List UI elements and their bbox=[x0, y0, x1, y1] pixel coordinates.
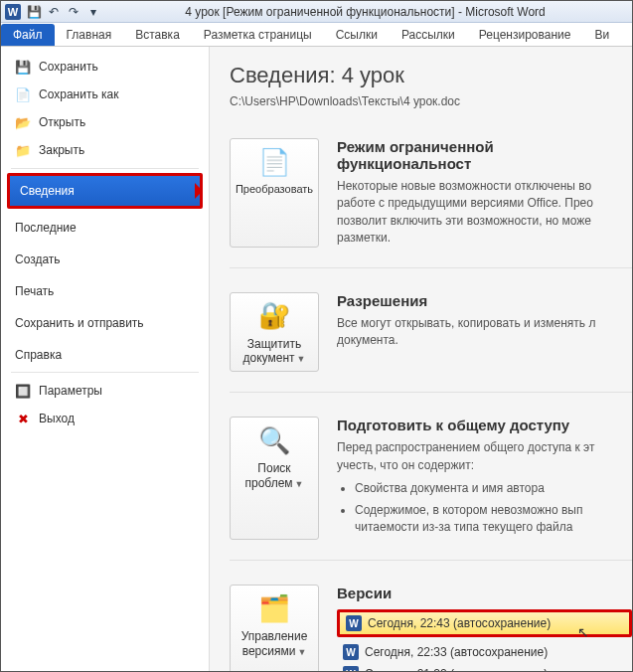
tab-file[interactable]: Файл bbox=[1, 24, 55, 46]
section-title: Версии bbox=[337, 585, 632, 601]
section-prepare: 🔍 Поиск проблем▼ Подготовить к общему до… bbox=[230, 417, 632, 561]
menu-save[interactable]: 💾Сохранить bbox=[1, 53, 209, 81]
convert-icon: 📄 bbox=[257, 145, 291, 179]
menu-label: Выход bbox=[39, 412, 75, 425]
menu-info[interactable]: Сведения bbox=[7, 173, 203, 209]
backstage-content: Сведения: 4 урок C:\Users\HP\Downloads\Т… bbox=[210, 47, 632, 671]
cursor-icon: ↖ bbox=[577, 624, 589, 640]
chevron-down-icon: ▼ bbox=[295, 479, 304, 489]
version-row[interactable]: W Сегодня, 22:33 (автосохранение) bbox=[337, 641, 632, 663]
open-icon: 📂 bbox=[15, 114, 31, 130]
close-icon: 📁 bbox=[15, 142, 31, 158]
exit-icon: ✖ bbox=[15, 411, 31, 426]
check-issues-button[interactable]: 🔍 Поиск проблем▼ bbox=[230, 417, 319, 540]
page-title: Сведения: 4 урок bbox=[230, 63, 632, 88]
document-path: C:\Users\HP\Downloads\Тексты\4 урок.doc bbox=[230, 94, 632, 108]
options-icon: 🔲 bbox=[15, 383, 31, 399]
menu-label: Сведения bbox=[20, 184, 75, 198]
undo-icon[interactable]: ↶ bbox=[45, 3, 63, 21]
section-title: Подготовить к общему доступу bbox=[337, 417, 632, 433]
section-desc: Все могут открывать, копировать и изменя… bbox=[337, 315, 632, 350]
bullet-item: Содержимое, в котором невозможно вып чит… bbox=[355, 502, 632, 537]
version-label: Сегодня, 22:33 (автосохранение) bbox=[365, 645, 548, 659]
tab-insert[interactable]: Вставка bbox=[123, 24, 192, 46]
manage-versions-button[interactable]: 🗂️ Управление версиями▼ bbox=[230, 585, 319, 671]
save-icon: 💾 bbox=[15, 59, 31, 75]
version-row[interactable]: W Сегодня, 21:22 (автосохранение) bbox=[337, 663, 632, 671]
separator bbox=[11, 372, 199, 373]
section-body: Подготовить к общему доступу Перед распр… bbox=[337, 417, 632, 540]
tab-mailings[interactable]: Рассылки bbox=[390, 24, 467, 46]
section-compat: 📄 Преобразовать Режим ограниченной функц… bbox=[230, 138, 632, 268]
bullet-item: Свойства документа и имя автора bbox=[355, 480, 632, 497]
menu-label: Последние bbox=[15, 221, 77, 235]
menu-label: Закрыть bbox=[39, 143, 84, 157]
document-icon: W bbox=[346, 615, 362, 631]
section-title: Разрешения bbox=[337, 292, 632, 309]
section-desc: Перед распространением общего доступа к … bbox=[337, 439, 632, 536]
section-body: Разрешения Все могут открывать, копирова… bbox=[337, 292, 632, 373]
button-label: Поиск проблем▼ bbox=[233, 461, 316, 490]
qat-dropdown-icon[interactable]: ▾ bbox=[84, 3, 102, 21]
section-permissions: 🔐 Защитить документ▼ Разрешения Все могу… bbox=[230, 292, 632, 394]
menu-recent[interactable]: Последние bbox=[1, 215, 209, 241]
menu-label: Параметры bbox=[39, 384, 102, 398]
tab-home[interactable]: Главная bbox=[55, 24, 124, 46]
ribbon-tabs: Файл Главная Вставка Разметка страницы С… bbox=[1, 23, 632, 47]
version-list: W Сегодня, 22:43 (автосохранение) ↖ W Се… bbox=[337, 609, 632, 671]
menu-close[interactable]: 📁Закрыть bbox=[1, 136, 209, 164]
button-label: Преобразовать bbox=[236, 183, 313, 196]
button-label: Защитить документ▼ bbox=[233, 337, 316, 366]
menu-exit[interactable]: ✖Выход bbox=[1, 405, 209, 432]
section-body: Режим ограниченной функциональност Некот… bbox=[337, 138, 632, 248]
versions-icon: 🗂️ bbox=[257, 591, 291, 625]
section-body: Версии W Сегодня, 22:43 (автосохранение)… bbox=[337, 585, 632, 671]
section-desc: Некоторые новые возможности отключены во… bbox=[337, 178, 632, 248]
tab-view[interactable]: Ви bbox=[582, 24, 621, 46]
version-label: Сегодня, 22:43 (автосохранение) bbox=[368, 616, 551, 630]
quick-access-toolbar: 💾 ↶ ↷ ▾ bbox=[25, 3, 102, 21]
version-label: Сегодня, 21:22 (автосохранение) bbox=[365, 667, 548, 671]
version-row[interactable]: W Сегодня, 22:43 (автосохранение) ↖ bbox=[337, 609, 632, 637]
menu-new[interactable]: Создать bbox=[1, 247, 209, 272]
menu-print[interactable]: Печать bbox=[1, 278, 209, 304]
separator bbox=[11, 168, 199, 169]
menu-label: Печать bbox=[15, 284, 54, 298]
titlebar: W 💾 ↶ ↷ ▾ 4 урок [Режим ограниченной фун… bbox=[1, 1, 632, 23]
menu-help[interactable]: Справка bbox=[1, 342, 209, 368]
section-title: Режим ограниченной функциональност bbox=[337, 138, 632, 172]
convert-button[interactable]: 📄 Преобразовать bbox=[230, 138, 319, 248]
menu-label: Сохранить и отправить bbox=[15, 316, 144, 330]
tab-pagelayout[interactable]: Разметка страницы bbox=[192, 24, 324, 46]
menu-label: Сохранить bbox=[39, 60, 98, 74]
menu-saveas[interactable]: 📄Сохранить как bbox=[1, 81, 209, 108]
menu-label: Сохранить как bbox=[39, 87, 118, 101]
document-icon: W bbox=[343, 666, 359, 671]
saveas-icon: 📄 bbox=[15, 86, 31, 102]
menu-open[interactable]: 📂Открыть bbox=[1, 108, 209, 136]
window-title: 4 урок [Режим ограниченной функционально… bbox=[102, 5, 628, 19]
chevron-down-icon: ▼ bbox=[297, 354, 306, 364]
menu-label: Справка bbox=[15, 348, 62, 362]
button-label: Управление версиями▼ bbox=[233, 629, 316, 658]
search-icon: 🔍 bbox=[257, 423, 291, 457]
menu-label: Открыть bbox=[39, 115, 85, 129]
redo-icon[interactable]: ↷ bbox=[65, 3, 82, 21]
protect-button[interactable]: 🔐 Защитить документ▼ bbox=[230, 292, 319, 373]
save-icon[interactable]: 💾 bbox=[25, 3, 43, 21]
menu-label: Создать bbox=[15, 252, 61, 266]
lock-icon: 🔐 bbox=[257, 299, 291, 333]
section-versions: 🗂️ Управление версиями▼ Версии W Сегодня… bbox=[230, 585, 632, 671]
tab-references[interactable]: Ссылки bbox=[324, 24, 390, 46]
document-icon: W bbox=[343, 644, 359, 660]
menu-options[interactable]: 🔲Параметры bbox=[1, 377, 209, 405]
word-app-icon: W bbox=[5, 4, 21, 20]
chevron-down-icon: ▼ bbox=[297, 647, 306, 657]
backstage-menu: 💾Сохранить 📄Сохранить как 📂Открыть 📁Закр… bbox=[1, 47, 210, 671]
backstage: 💾Сохранить 📄Сохранить как 📂Открыть 📁Закр… bbox=[1, 47, 632, 671]
menu-sharesend[interactable]: Сохранить и отправить bbox=[1, 310, 209, 336]
tab-review[interactable]: Рецензирование bbox=[467, 24, 583, 46]
